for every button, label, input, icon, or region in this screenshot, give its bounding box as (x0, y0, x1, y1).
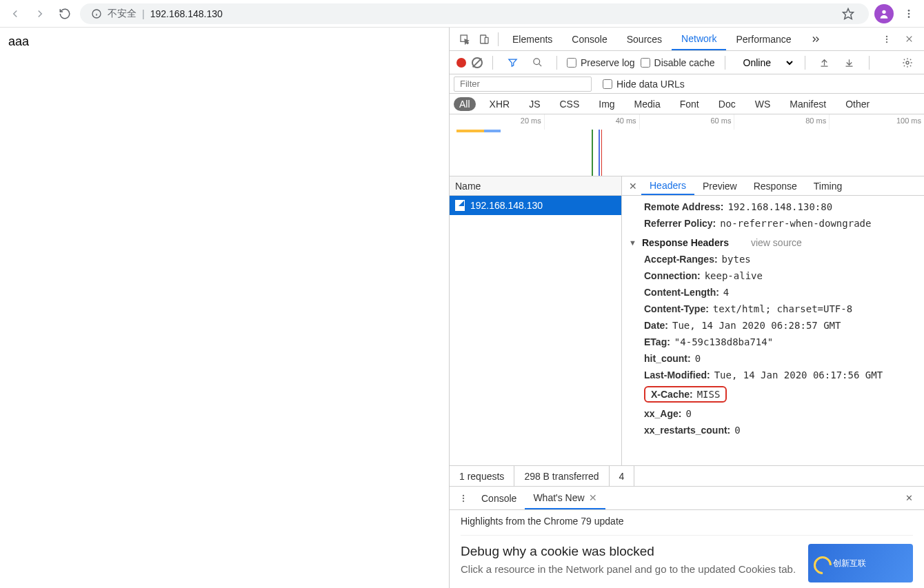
svg-point-12 (886, 38, 887, 39)
page-text: aaa (8, 34, 29, 48)
header-row-xcache: X-Cache:MISS (629, 383, 917, 405)
svg-point-15 (906, 61, 909, 64)
bookmark-button[interactable] (838, 4, 858, 23)
drawer-tab-console[interactable]: Console (473, 487, 525, 509)
svg-point-11 (886, 35, 887, 37)
tab-sources[interactable]: Sources (617, 28, 672, 50)
close-drawer-tab-icon[interactable]: ✕ (589, 492, 597, 503)
security-label: 不安全 (108, 8, 137, 20)
tab-headers[interactable]: Headers (641, 176, 694, 195)
tab-network[interactable]: Network (672, 28, 726, 50)
clear-button[interactable] (472, 57, 483, 68)
type-all[interactable]: All (454, 97, 476, 111)
url-text: 192.168.148.130 (150, 8, 223, 19)
status-more: 4 (610, 466, 635, 486)
close-detail-button[interactable]: ✕ (625, 181, 641, 192)
header-row: xx_restarts_count:0 (629, 422, 917, 438)
settings-icon[interactable] (898, 53, 917, 72)
tab-elements[interactable]: Elements (503, 28, 562, 50)
svg-point-5 (908, 10, 910, 12)
type-css[interactable]: CSS (554, 97, 585, 111)
preserve-log-checkbox[interactable]: Preserve log (567, 57, 635, 68)
network-toolbar: Preserve log Disable cache Online (450, 51, 924, 74)
throttle-select[interactable]: Online (735, 55, 795, 70)
disable-cache-checkbox[interactable]: Disable cache (641, 57, 715, 68)
tab-timing[interactable]: Timing (805, 176, 851, 195)
watermark-logo: 创新互联 (808, 544, 913, 582)
devtools-close-button[interactable] (899, 30, 918, 49)
type-font[interactable]: Font (674, 97, 705, 111)
forward-button[interactable] (30, 4, 50, 23)
load-marker (601, 130, 602, 176)
tab-response[interactable]: Response (745, 176, 805, 195)
drawer-tab-whatsnew[interactable]: What's New ✕ (525, 487, 605, 509)
drawer-close-button[interactable]: ✕ (898, 493, 920, 503)
devtools-tab-bar: Elements Console Sources Network Perform… (450, 28, 924, 51)
header-row: Accept-Ranges:bytes (629, 251, 917, 267)
network-timeline[interactable]: 20 ms 40 ms 60 ms 80 ms 100 ms (450, 114, 924, 176)
type-media[interactable]: Media (629, 97, 666, 111)
info-icon (91, 8, 102, 19)
svg-point-16 (463, 494, 464, 496)
tab-preview[interactable]: Preview (694, 176, 745, 195)
tab-performance[interactable]: Performance (726, 28, 801, 50)
filter-input[interactable] (454, 77, 592, 92)
svg-point-18 (463, 500, 464, 501)
tab-more[interactable] (801, 28, 830, 50)
load-marker (599, 130, 600, 176)
header-row: Connection:keep-alive (629, 267, 917, 284)
timeline-bar (484, 130, 501, 132)
type-js[interactable]: JS (523, 97, 545, 111)
download-har-icon[interactable] (840, 53, 859, 72)
view-source-link[interactable]: view source (751, 237, 802, 248)
svg-rect-10 (485, 37, 488, 43)
name-column-header[interactable]: Name (450, 176, 621, 196)
devtools-panel: Elements Console Sources Network Perform… (450, 28, 924, 588)
record-button[interactable] (456, 58, 466, 68)
inspect-icon[interactable] (455, 30, 474, 49)
reload-button[interactable] (55, 4, 74, 23)
browser-toolbar: 不安全 | 192.168.148.130 (0, 0, 924, 28)
request-name: 192.168.148.130 (470, 200, 543, 211)
browser-menu-button[interactable] (899, 4, 918, 23)
svg-marker-3 (843, 8, 854, 19)
search-icon[interactable] (528, 53, 547, 72)
type-img[interactable]: Img (593, 97, 620, 111)
back-button[interactable] (6, 4, 25, 23)
header-row: ETag:"4-59c138d8ba714" (629, 334, 917, 350)
header-row: Date:Tue, 14 Jan 2020 06:28:57 GMT (629, 317, 917, 334)
type-other[interactable]: Other (840, 97, 875, 111)
svg-point-17 (463, 497, 464, 498)
page-content: aaa (0, 28, 450, 588)
network-status-bar: 1 requests 298 B transferred 4 (450, 465, 924, 486)
detail-tab-bar: ✕ Headers Preview Response Timing (622, 176, 924, 196)
url-separator: | (142, 8, 145, 19)
header-row: hit_count:0 (629, 350, 917, 367)
svg-point-13 (886, 41, 887, 42)
device-toggle-icon[interactable] (474, 30, 494, 49)
header-row: Last-Modified:Tue, 14 Jan 2020 06:17:56 … (629, 367, 917, 383)
filter-toggle-icon[interactable] (503, 53, 522, 72)
type-manifest[interactable]: Manifest (784, 97, 832, 111)
header-row: xx_Age:0 (629, 405, 917, 422)
type-ws[interactable]: WS (750, 97, 776, 111)
request-row[interactable]: 192.168.148.130 (450, 196, 621, 215)
status-transferred: 298 B transferred (514, 466, 609, 486)
domcontentloaded-marker (592, 130, 593, 176)
drawer-heading: Debug why a cookie was blocked (461, 544, 796, 559)
profile-button[interactable] (874, 4, 894, 23)
request-list: Name 192.168.148.130 (450, 176, 622, 465)
svg-point-4 (882, 10, 885, 13)
hide-data-urls-checkbox[interactable]: Hide data URLs (603, 79, 685, 90)
drawer-menu-icon[interactable] (454, 489, 473, 508)
upload-har-icon[interactable] (815, 53, 834, 72)
type-doc[interactable]: Doc (713, 97, 741, 111)
headers-body: Remote Address:192.168.148.130:80 Referr… (622, 196, 924, 465)
address-bar[interactable]: 不安全 | 192.168.148.130 (80, 3, 869, 24)
header-row: Content-Type:text/html; charset=UTF-8 (629, 301, 917, 317)
type-xhr[interactable]: XHR (484, 97, 516, 111)
devtools-menu-button[interactable] (877, 30, 896, 49)
filter-row: Hide data URLs (450, 74, 924, 94)
tab-console[interactable]: Console (562, 28, 616, 50)
response-headers-section[interactable]: ▼Response Headersview source (629, 232, 917, 251)
